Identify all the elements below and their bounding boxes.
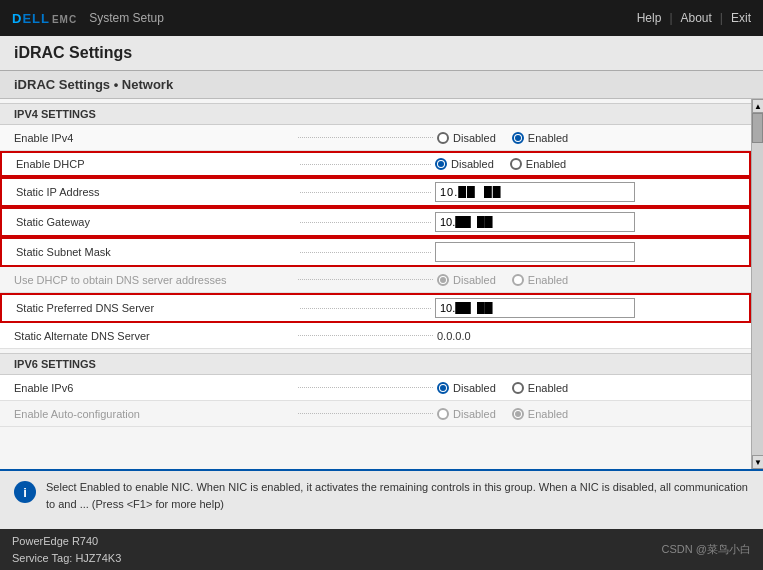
row-static-gateway: Static Gateway xyxy=(0,207,751,237)
radio-autoconfig: Disabled Enabled xyxy=(437,408,568,420)
input-static-dns-preferred[interactable] xyxy=(435,298,635,318)
service-tag: Service Tag: HJZ74K3 xyxy=(12,550,121,567)
top-bar-left: D‌ELLEMC System Setup xyxy=(12,11,164,26)
controls-enable-dhcp: Disabled Enabled xyxy=(435,158,735,170)
section-header-bar: iDRAC Settings • Network xyxy=(0,71,763,99)
controls-autoconfig: Disabled Enabled xyxy=(437,408,737,420)
row-static-dns-alternate: Static Alternate DNS Server 0.0.0.0 xyxy=(0,323,751,349)
input-static-ip[interactable] xyxy=(435,182,635,202)
content-area: IPV4 SETTINGS Enable IPv4 Disabled Enabl… xyxy=(0,99,751,469)
status-bar: PowerEdge R740 Service Tag: HJZ74K3 CSDN… xyxy=(0,529,763,570)
label-autoconfig: Enable Auto-configuration xyxy=(14,408,294,420)
radio-circle-autoconfig-disabled xyxy=(437,408,449,420)
row-static-subnet: Static Subnet Mask 255.255.255.0 xyxy=(0,237,751,267)
radio-ipv4-enabled[interactable]: Enabled xyxy=(512,132,568,144)
label-static-gateway: Static Gateway xyxy=(16,216,296,228)
radio-circle-ipv6-disabled[interactable] xyxy=(437,382,449,394)
radio-circle-ipv6-enabled[interactable] xyxy=(512,382,524,394)
radio-circle-dhcp-disabled[interactable] xyxy=(435,158,447,170)
ipv6-section-title: IPV6 SETTINGS xyxy=(0,353,751,375)
radio-ipv4-disabled[interactable]: Disabled xyxy=(437,132,496,144)
radio-circle-dhcp-dns-enabled xyxy=(512,274,524,286)
main-area: IPV4 SETTINGS Enable IPv4 Disabled Enabl… xyxy=(0,99,763,469)
ipv4-section-title: IPV4 SETTINGS xyxy=(0,103,751,125)
model-name: PowerEdge R740 xyxy=(12,533,121,550)
radio-dhcp-dns-disabled: Disabled xyxy=(437,274,496,286)
row-enable-dhcp: Enable DHCP Disabled Enabled xyxy=(0,151,751,177)
info-text: Select Enabled to enable NIC. When NIC i… xyxy=(46,479,749,512)
label-static-subnet: Static Subnet Mask xyxy=(16,246,296,258)
controls-static-subnet: 255.255.255.0 xyxy=(435,242,735,262)
watermark: CSDN @菜鸟小白 xyxy=(662,542,751,557)
radio-ipv6-enabled[interactable]: Enabled xyxy=(512,382,568,394)
page-title-bar: iDRAC Settings xyxy=(0,36,763,71)
radio-dhcp-dns-enabled: Enabled xyxy=(512,274,568,286)
row-use-dhcp-dns: Use DHCP to obtain DNS server addresses … xyxy=(0,267,751,293)
system-setup-title: System Setup xyxy=(89,11,164,25)
row-autoconfig: Enable Auto-configuration Disabled Enabl… xyxy=(0,401,751,427)
info-icon: i xyxy=(14,481,36,503)
settings-content: IPV4 SETTINGS Enable IPv4 Disabled Enabl… xyxy=(0,99,751,469)
status-left: PowerEdge R740 Service Tag: HJZ74K3 xyxy=(12,533,121,566)
row-static-ip: Static IP Address xyxy=(0,177,751,207)
scroll-down-button[interactable]: ▼ xyxy=(752,455,763,469)
label-static-ip: Static IP Address xyxy=(16,186,296,198)
radio-circle-dhcp-enabled[interactable] xyxy=(510,158,522,170)
controls-static-dns-alternate: 0.0.0.0 xyxy=(437,328,737,344)
radio-circle-autoconfig-enabled xyxy=(512,408,524,420)
label-enable-ipv6: Enable IPv6 xyxy=(14,382,294,394)
page-title: iDRAC Settings xyxy=(14,44,749,62)
controls-static-gateway xyxy=(435,212,735,232)
radio-circle-dhcp-dns-disabled xyxy=(437,274,449,286)
row-enable-ipv6: Enable IPv6 Disabled Enabled xyxy=(0,375,751,401)
label-static-dns-preferred: Static Preferred DNS Server xyxy=(16,302,296,314)
radio-autoconfig-disabled: Disabled xyxy=(437,408,496,420)
exit-link[interactable]: Exit xyxy=(731,11,751,25)
radio-dhcp-enabled[interactable]: Enabled xyxy=(510,158,566,170)
controls-static-ip xyxy=(435,182,735,202)
radio-dhcp-disabled[interactable]: Disabled xyxy=(435,158,494,170)
radio-enable-ipv4: Disabled Enabled xyxy=(437,132,568,144)
brand-logo: D‌ELLEMC xyxy=(12,11,77,26)
radio-enable-dhcp: Disabled Enabled xyxy=(435,158,566,170)
scroll-thumb[interactable] xyxy=(752,113,763,143)
controls-enable-ipv6: Disabled Enabled xyxy=(437,382,737,394)
radio-use-dhcp-dns: Disabled Enabled xyxy=(437,274,568,286)
section-subtitle: iDRAC Settings • Network xyxy=(14,77,749,92)
scroll-up-button[interactable]: ▲ xyxy=(752,99,763,113)
radio-enable-ipv6: Disabled Enabled xyxy=(437,382,568,394)
top-bar-nav: Help | About | Exit xyxy=(637,11,751,25)
input-static-gateway[interactable] xyxy=(435,212,635,232)
controls-use-dhcp-dns: Disabled Enabled xyxy=(437,274,737,286)
scrollbar[interactable]: ▲ ▼ xyxy=(751,99,763,469)
controls-static-dns-preferred xyxy=(435,298,735,318)
info-bar: i Select Enabled to enable NIC. When NIC… xyxy=(0,469,763,529)
row-static-dns-preferred: Static Preferred DNS Server xyxy=(0,293,751,323)
radio-circle-ipv4-enabled[interactable] xyxy=(512,132,524,144)
label-use-dhcp-dns: Use DHCP to obtain DNS server addresses xyxy=(14,274,294,286)
value-static-dns-alternate: 0.0.0.0 xyxy=(437,328,471,344)
radio-ipv6-disabled[interactable]: Disabled xyxy=(437,382,496,394)
about-link[interactable]: About xyxy=(681,11,712,25)
label-static-dns-alternate: Static Alternate DNS Server xyxy=(14,330,294,342)
scroll-track[interactable] xyxy=(752,113,763,455)
label-enable-dhcp: Enable DHCP xyxy=(16,158,296,170)
top-navigation-bar: D‌ELLEMC System Setup Help | About | Exi… xyxy=(0,0,763,36)
controls-enable-ipv4: Disabled Enabled xyxy=(437,132,737,144)
radio-autoconfig-enabled: Enabled xyxy=(512,408,568,420)
label-enable-ipv4: Enable IPv4 xyxy=(14,132,294,144)
input-static-subnet[interactable]: 255.255.255.0 xyxy=(435,242,635,262)
radio-circle-ipv4-disabled[interactable] xyxy=(437,132,449,144)
row-enable-ipv4: Enable IPv4 Disabled Enabled xyxy=(0,125,751,151)
help-link[interactable]: Help xyxy=(637,11,662,25)
